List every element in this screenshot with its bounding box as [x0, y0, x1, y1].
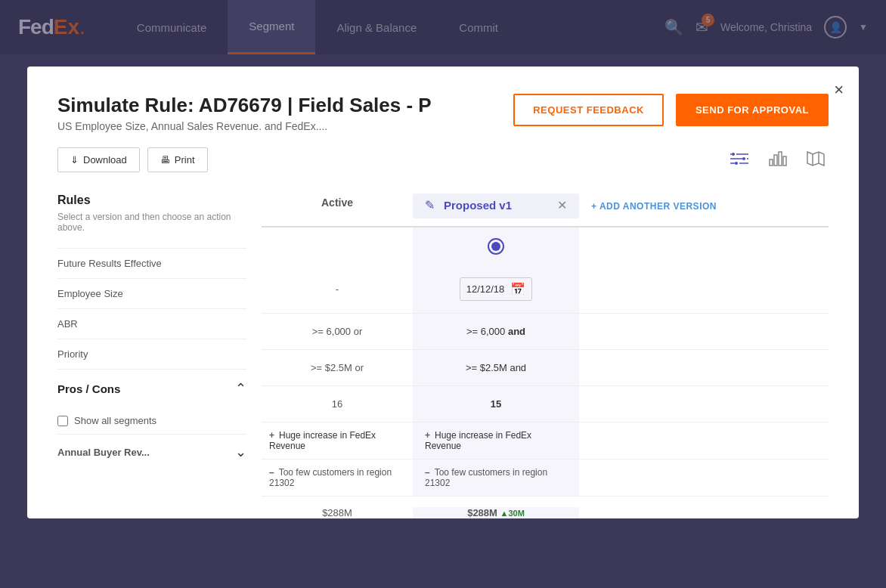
- con1-proposed-text: Too few customers in region 21302: [425, 467, 547, 488]
- col-active-header: Active: [262, 193, 413, 218]
- radio-row: [262, 227, 829, 265]
- abr-proposed: >= $2.5M and: [413, 350, 579, 385]
- pro1-active: Huge increase in FedEx Revenue: [262, 422, 413, 459]
- date-input[interactable]: 12/12/18 📅: [460, 277, 533, 301]
- download-button[interactable]: ⇓ Download: [57, 147, 140, 172]
- rules-title: Rules: [57, 193, 246, 207]
- map-icon: [806, 150, 826, 167]
- employee-size-active: >= 6,000 or: [262, 314, 413, 349]
- pros-cons-label: Pros / Cons: [57, 382, 120, 395]
- rules-description: Select a version and then choose an acti…: [57, 212, 246, 233]
- employee-size-proposed-text: >= 6,000: [466, 326, 508, 337]
- modal-subtitle: US Employee Size, Annual Sales Revenue. …: [57, 120, 432, 132]
- annual-value-active: $288M: [262, 507, 413, 518]
- annual-delta-value: 30M: [508, 509, 524, 518]
- download-label: Download: [83, 154, 127, 166]
- sidebar: Rules Select a version and then choose a…: [57, 193, 262, 518]
- pencil-icon[interactable]: ✎: [425, 198, 435, 212]
- radio-selected[interactable]: [488, 238, 504, 255]
- svg-point-3: [742, 157, 745, 160]
- toolbar: ⇓ Download 🖶 Print: [57, 147, 829, 180]
- annual-value-proposed: $288M ▲30M: [413, 507, 579, 518]
- modal-overlay: × Simulate Rule: AD76679 | Field Sales -…: [0, 0, 886, 588]
- con1-row: Too few customers in region 21302 Too fe…: [262, 460, 829, 497]
- proposed-title: Proposed v1: [444, 199, 512, 212]
- future-results-row: - 12/12/18 📅: [262, 265, 829, 314]
- modal-actions: REQUEST FEEDBACK SEND FOR APPROVAL: [513, 94, 829, 126]
- modal-title: Simulate Rule: AD76679 | Field Sales - P: [57, 94, 432, 117]
- annual-value-proposed-text: $288M: [467, 507, 497, 518]
- chevron-up-icon[interactable]: ⌃: [235, 380, 246, 397]
- svg-rect-10: [774, 155, 777, 166]
- bar-chart-icon: [768, 150, 788, 167]
- proposed-close-icon[interactable]: ✕: [557, 198, 567, 212]
- request-feedback-button[interactable]: REQUEST FEEDBACK: [513, 94, 664, 126]
- date-value: 12/12/18: [466, 283, 505, 295]
- show-all-segments-row[interactable]: Show all segments: [57, 407, 246, 434]
- abr-active: >= $2.5M or: [262, 350, 413, 385]
- modal: × Simulate Rule: AD76679 | Field Sales -…: [27, 67, 859, 518]
- pro1-proposed-text: Huge increase in FedEx Revenue: [425, 430, 531, 451]
- con1-active-text: Too few customers in region 21302: [269, 467, 392, 488]
- modal-header: Simulate Rule: AD76679 | Field Sales - P…: [57, 94, 829, 132]
- future-results-proposed: 12/12/18 📅: [413, 265, 579, 313]
- active-radio-empty: [262, 227, 413, 265]
- bar-chart-icon-button[interactable]: [765, 147, 791, 172]
- svg-marker-13: [807, 152, 824, 166]
- employee-size-proposed: >= 6,000 and: [413, 314, 579, 349]
- sidebar-row-abr: ABR: [57, 308, 246, 339]
- annual-buyer-rev-label: Annual Buyer Rev...: [57, 447, 150, 458]
- filter-icon-button[interactable]: [727, 147, 753, 172]
- abr-row: >= $2.5M or >= $2.5M and: [262, 350, 829, 386]
- content: Rules Select a version and then choose a…: [57, 193, 829, 518]
- send-for-approval-button[interactable]: SEND FOR APPROVAL: [676, 94, 829, 126]
- sidebar-row-employee-size: Employee Size: [57, 278, 246, 308]
- filter-icon: [730, 150, 750, 167]
- modal-title-area: Simulate Rule: AD76679 | Field Sales - P…: [57, 94, 432, 132]
- table-area: Active ✎ Proposed v1 ✕ + ADD ANOTHER VER…: [262, 193, 829, 518]
- priority-active: 16: [262, 386, 413, 422]
- toolbar-right: [727, 147, 829, 172]
- map-icon-button[interactable]: [803, 147, 829, 172]
- radio-inner: [491, 242, 500, 251]
- download-icon: ⇓: [70, 154, 79, 166]
- proposed-radio-cell[interactable]: [413, 227, 579, 265]
- con1-active: Too few customers in region 21302: [262, 460, 413, 496]
- svg-rect-12: [783, 156, 786, 166]
- svg-point-6: [735, 162, 738, 165]
- modal-close-button[interactable]: ×: [834, 80, 844, 100]
- show-all-label: Show all segments: [74, 415, 156, 426]
- annual-buyer-rev-row: $288M $288M ▲30M: [262, 497, 829, 518]
- svg-point-0: [732, 153, 735, 156]
- priority-row: 16 15: [262, 386, 829, 422]
- toolbar-left: ⇓ Download 🖶 Print: [57, 147, 208, 172]
- sidebar-row-priority: Priority: [57, 339, 246, 369]
- pro1-proposed: Huge increase in FedEx Revenue: [413, 422, 579, 459]
- print-button[interactable]: 🖶 Print: [147, 147, 208, 172]
- table-header: Active ✎ Proposed v1 ✕ + ADD ANOTHER VER…: [262, 193, 829, 227]
- sidebar-row-future-results: Future Results Effective: [57, 248, 246, 278]
- col-add-version: + ADD ANOTHER VERSION: [579, 193, 729, 218]
- pro1-active-text: Huge increase in FedEx Revenue: [269, 430, 376, 451]
- con1-proposed: Too few customers in region 21302: [413, 460, 579, 496]
- svg-rect-11: [779, 152, 782, 166]
- calendar-icon[interactable]: 📅: [510, 282, 525, 296]
- employee-size-proposed-bold: and: [508, 326, 525, 337]
- show-all-checkbox[interactable]: [57, 416, 68, 426]
- pro1-row: Huge increase in FedEx Revenue Huge incr…: [262, 422, 829, 460]
- col-proposed-header: ✎ Proposed v1 ✕: [413, 193, 579, 218]
- print-label: Print: [175, 154, 195, 166]
- employee-size-row: >= 6,000 or >= 6,000 and: [262, 314, 829, 350]
- chevron-down-icon-2[interactable]: ⌄: [235, 444, 246, 460]
- priority-proposed: 15: [413, 386, 579, 422]
- svg-rect-9: [770, 159, 773, 166]
- future-results-active: -: [262, 271, 413, 307]
- pros-cons-section: Pros / Cons ⌃: [57, 369, 246, 407]
- annual-buyer-rev-section: Annual Buyer Rev... ⌄: [57, 434, 246, 460]
- print-icon: 🖶: [160, 154, 170, 166]
- annual-delta: ▲30M: [500, 509, 525, 518]
- add-version-link[interactable]: + ADD ANOTHER VERSION: [591, 201, 717, 212]
